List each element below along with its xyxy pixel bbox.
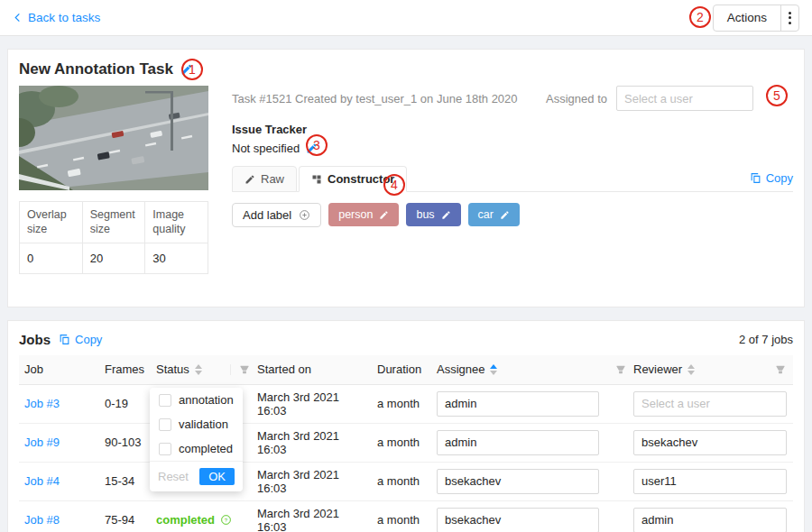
add-label-button[interactable]: Add label	[232, 203, 321, 227]
plus-circle-icon	[299, 209, 310, 221]
jobs-table-header: Job Frames Status Started on Duration	[19, 355, 793, 384]
task-title: New Annotation Task	[19, 60, 173, 78]
label-chip-name: bus	[416, 208, 434, 221]
label-chip-car[interactable]: car	[468, 203, 520, 226]
pencil-icon[interactable]	[379, 210, 389, 220]
assignee-filter-icon[interactable]	[607, 364, 626, 375]
duration-cell: a month	[377, 500, 437, 532]
jobs-title: Jobs	[19, 332, 51, 347]
jobs-count: 2 of 7 jobs	[739, 333, 793, 346]
duration-cell: a month	[377, 384, 437, 423]
column-duration: Duration	[377, 355, 437, 384]
reviewer-input[interactable]	[633, 508, 787, 532]
task-details-card: New Annotation Task	[7, 49, 805, 307]
add-label-label: Add label	[243, 208, 291, 222]
started-cell: March 3rd 2021 16:03	[257, 462, 377, 500]
jobs-card: Jobs Copy 2 of 7 jobs Job Frames Status	[7, 320, 805, 532]
started-cell: March 3rd 2021 16:03	[257, 500, 377, 532]
duration-cell: a month	[377, 423, 437, 462]
checkbox-icon[interactable]	[159, 443, 171, 455]
filter-reset-button[interactable]: Reset	[158, 470, 189, 483]
sort-carets-icon[interactable]	[195, 364, 202, 375]
annotation-circle-3: 3	[306, 134, 328, 156]
sort-carets-icon[interactable]	[490, 364, 497, 375]
status-filter-icon[interactable]	[230, 364, 250, 375]
label-chip-bus[interactable]: bus	[406, 203, 460, 226]
job-link[interactable]: Job #9	[24, 436, 60, 449]
reviewer-input[interactable]	[633, 430, 787, 455]
tab-raw-label: Raw	[261, 172, 284, 186]
annotation-circle-5: 5	[766, 85, 788, 106]
actions-menu-button[interactable]	[780, 5, 798, 31]
task-preview-image	[19, 86, 208, 190]
column-started-on: Started on	[257, 355, 377, 384]
column-job: Job	[19, 355, 105, 384]
param-value: 20	[82, 243, 145, 273]
label-chip-person[interactable]: person	[328, 203, 399, 226]
assignee-input[interactable]	[437, 391, 599, 417]
svg-text:?: ?	[225, 518, 228, 523]
checkbox-icon[interactable]	[159, 418, 171, 431]
question-circle-icon[interactable]: ?	[220, 514, 232, 526]
column-reviewer[interactable]: Reviewer	[633, 355, 793, 384]
copy-labels-label: Copy	[766, 171, 793, 185]
issue-tracker-value: Not specified	[232, 142, 300, 155]
job-row: Job #9 90-103 March 3rd 2021 16:03 a mon…	[19, 423, 793, 462]
status-cell: completed ?	[156, 500, 257, 532]
actions-button-group: Actions	[713, 5, 799, 32]
reviewer-input[interactable]	[633, 469, 787, 494]
back-to-tasks-label: Back to tasks	[28, 11, 100, 24]
labels-constructor-area: Add label person bus	[232, 192, 793, 280]
reviewer-input[interactable]	[633, 391, 787, 417]
column-status[interactable]: Status	[156, 355, 257, 384]
copy-labels-button[interactable]: Copy	[750, 171, 793, 191]
started-cell: March 3rd 2021 16:03	[257, 423, 377, 462]
job-link[interactable]: Job #8	[24, 513, 60, 527]
jobs-table: Job Frames Status Started on Duration	[19, 355, 793, 532]
checkbox-icon[interactable]	[159, 394, 171, 407]
assignee-input[interactable]	[437, 430, 599, 455]
pencil-icon[interactable]	[441, 210, 451, 220]
filter-option-annotation[interactable]: annotation	[150, 388, 243, 412]
copy-jobs-button[interactable]: Copy	[59, 333, 102, 346]
copy-jobs-label: Copy	[75, 333, 102, 346]
assigned-to-label: Assigned to	[546, 92, 607, 105]
job-link[interactable]: Job #3	[24, 397, 60, 410]
back-to-tasks-link[interactable]: Back to tasks	[13, 11, 100, 24]
filter-option-completed[interactable]: completed	[150, 436, 243, 461]
copy-icon	[750, 172, 761, 184]
pencil-icon[interactable]	[500, 210, 510, 220]
label-chip-name: person	[338, 208, 373, 221]
param-value: 0	[20, 243, 83, 273]
filter-option-validation[interactable]: validation	[150, 412, 243, 436]
sort-carets-icon[interactable]	[687, 364, 695, 375]
param-header: Segment size	[82, 202, 145, 243]
frames-cell: 75-94	[105, 500, 156, 532]
labels-tabs: Raw Constructor Copy	[232, 166, 793, 192]
param-header: Overlap size	[20, 202, 83, 243]
job-row: Job #8 75-94 completed ? March 3rd 2021 …	[19, 500, 793, 532]
assignee-input[interactable]	[437, 469, 599, 494]
annotation-circle-2: 2	[689, 6, 711, 28]
vertical-ellipsis-icon	[789, 12, 791, 24]
actions-label: Actions	[727, 11, 767, 24]
chevron-left-icon	[13, 13, 23, 23]
task-assignee-input[interactable]	[616, 86, 753, 111]
assignee-input[interactable]	[437, 508, 599, 532]
filter-ok-button[interactable]: OK	[199, 468, 235, 485]
tab-raw[interactable]: Raw	[232, 166, 297, 192]
reviewer-filter-icon[interactable]	[767, 364, 786, 375]
frames-cell: 90-103	[105, 423, 156, 462]
blocks-icon	[311, 174, 322, 185]
job-link[interactable]: Job #4	[24, 474, 60, 488]
frames-cell: 0-19	[105, 384, 156, 423]
column-assignee[interactable]: Assignee	[437, 355, 633, 384]
annotation-circle-1: 1	[181, 59, 203, 80]
column-frames: Frames	[105, 355, 156, 384]
frames-cell: 15-34	[105, 462, 156, 500]
started-cell: March 3rd 2021 16:03	[257, 384, 377, 423]
job-row: Job #4 15-34 March 3rd 2021 16:03 a mont…	[19, 462, 793, 500]
pencil-icon	[245, 174, 255, 185]
actions-button[interactable]: Actions	[714, 5, 780, 31]
annotation-circle-4: 4	[383, 174, 405, 196]
